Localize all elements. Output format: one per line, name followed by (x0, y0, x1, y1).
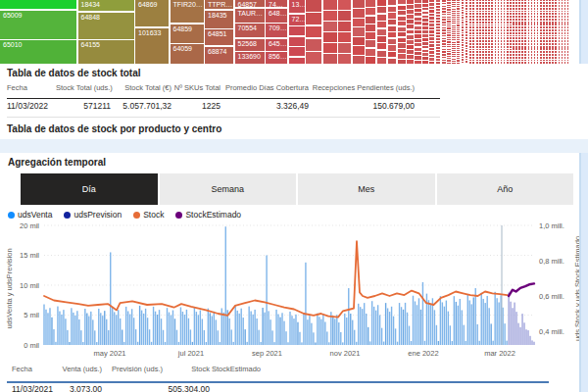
treemap-cell[interactable] (466, 8, 467, 9)
treemap-cell[interactable] (510, 63, 512, 64)
treemap-cell[interactable] (415, 30, 420, 33)
treemap-cell[interactable] (457, 41, 460, 42)
treemap-cell[interactable] (466, 61, 467, 62)
treemap-cell[interactable] (462, 40, 465, 41)
treemap-cell[interactable] (472, 37, 474, 38)
treemap-cell[interactable] (537, 63, 539, 64)
treemap-cell[interactable] (422, 50, 428, 53)
treemap-cell[interactable] (415, 18, 420, 21)
treemap-cell[interactable] (377, 0, 386, 6)
table-cell[interactable]: 3.326,49 (222, 101, 311, 116)
treemap-cell[interactable] (466, 38, 467, 39)
treemap-cell[interactable] (452, 11, 455, 12)
treemap-cell[interactable] (452, 15, 455, 16)
tab-mes[interactable]: Mes (298, 173, 435, 205)
treemap-cell[interactable]: 70554 (235, 24, 265, 37)
treemap-cell[interactable] (534, 63, 536, 64)
treemap-cell[interactable] (472, 6, 474, 7)
treemap-cell[interactable] (338, 0, 351, 10)
treemap-cell[interactable] (353, 56, 365, 64)
treemap-cell[interactable] (472, 2, 474, 3)
treemap-cell[interactable] (457, 25, 460, 26)
treemap-cell[interactable] (469, 16, 471, 17)
treemap-cell[interactable] (442, 29, 446, 31)
treemap-cell[interactable] (429, 27, 434, 29)
treemap-cell[interactable] (466, 37, 467, 38)
treemap-cell[interactable]: TAUR… (235, 9, 265, 23)
treemap-cell[interactable] (479, 63, 481, 64)
treemap-cell[interactable] (289, 58, 305, 65)
treemap-cell[interactable] (429, 7, 434, 9)
treemap-cell[interactable] (472, 29, 474, 30)
treemap-cell[interactable] (429, 30, 434, 32)
treemap-cell[interactable] (472, 22, 474, 23)
treemap-cell[interactable] (436, 41, 441, 43)
treemap-cell[interactable] (469, 63, 471, 64)
treemap-cell[interactable] (472, 43, 474, 44)
treemap-cell[interactable] (0, 0, 76, 9)
treemap-cell[interactable] (466, 40, 467, 41)
treemap-cell[interactable] (531, 63, 533, 64)
treemap-cell[interactable] (457, 33, 460, 34)
treemap-cell[interactable] (469, 14, 471, 15)
treemap-cell[interactable] (447, 5, 451, 6)
treemap-cell[interactable] (447, 14, 451, 15)
treemap-cell[interactable]: 64059 (171, 44, 204, 64)
treemap-cell[interactable]: 64848 (78, 13, 134, 39)
treemap-cell[interactable] (422, 23, 428, 25)
treemap-cell[interactable] (407, 55, 414, 59)
treemap-cell[interactable] (447, 9, 451, 10)
treemap-cell[interactable] (415, 34, 420, 37)
treemap-cell[interactable] (429, 62, 434, 64)
treemap-cell[interactable] (507, 63, 509, 64)
treemap-cell[interactable] (407, 20, 414, 24)
treemap-cell[interactable] (436, 47, 441, 49)
treemap-cell[interactable] (462, 34, 465, 35)
treemap-cell[interactable] (562, 63, 564, 64)
treemap-cell[interactable] (469, 26, 471, 27)
treemap-cell[interactable]: 856… (266, 52, 287, 64)
treemap-cell[interactable] (457, 52, 460, 53)
column-header[interactable]: Nº SKUs Total (173, 83, 222, 97)
treemap-cell[interactable] (353, 9, 365, 17)
treemap-cell[interactable] (472, 13, 474, 14)
legend-item-stock[interactable]: Stock (133, 210, 164, 220)
treemap-cell[interactable]: 18435 (205, 11, 233, 28)
treemap-cell[interactable] (457, 15, 460, 16)
treemap-cell[interactable] (495, 63, 497, 64)
treemap-cell[interactable] (388, 26, 397, 31)
treemap-cell[interactable] (469, 22, 471, 23)
treemap-cell[interactable] (472, 14, 474, 15)
treemap-cell[interactable] (552, 63, 554, 64)
treemap-cell[interactable] (447, 63, 451, 64)
treemap-cell[interactable] (442, 62, 446, 64)
treemap-cell[interactable] (462, 13, 465, 14)
treemap-cell[interactable] (452, 0, 455, 1)
treemap-cell[interactable] (469, 17, 471, 18)
treemap-cell[interactable] (442, 19, 446, 21)
treemap-cell[interactable] (452, 13, 455, 14)
treemap-cell[interactable] (462, 3, 465, 4)
treemap-cell[interactable] (407, 45, 414, 49)
treemap-cell[interactable] (469, 8, 471, 9)
treemap-cell[interactable] (462, 44, 465, 45)
treemap-cell[interactable] (452, 42, 455, 43)
treemap-cell[interactable] (469, 2, 471, 3)
treemap-cell[interactable] (452, 48, 455, 49)
treemap-cell[interactable] (388, 52, 397, 57)
treemap-cell[interactable] (472, 8, 474, 9)
treemap-cell[interactable] (436, 26, 441, 28)
treemap-cell[interactable]: 68874 (205, 47, 233, 65)
column-header[interactable]: Stock Total (€)▲ (113, 83, 173, 97)
treemap-cell[interactable] (462, 42, 465, 43)
treemap-cell[interactable] (472, 23, 474, 24)
treemap-cell[interactable] (429, 44, 434, 46)
treemap-cell[interactable] (398, 49, 406, 53)
treemap-cell[interactable] (462, 29, 465, 30)
treemap-cell[interactable] (457, 24, 460, 25)
treemap-cell[interactable] (466, 62, 467, 63)
treemap-cell[interactable] (338, 32, 351, 42)
treemap-cell[interactable] (457, 50, 460, 51)
bottom-table-data-row[interactable]: 11/03/20213.073,00505.304,00 (12, 384, 274, 392)
treemap-cell[interactable] (447, 41, 451, 42)
